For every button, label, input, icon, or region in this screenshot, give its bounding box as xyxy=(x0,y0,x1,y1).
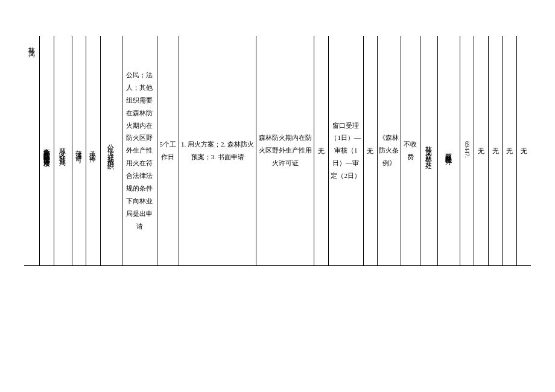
cell-dept: 林业局森林公安处 xyxy=(420,36,438,265)
cell-agency: 林业局 xyxy=(24,36,40,265)
item-name-text: 森林防火期内在防火区外生产性用火许可证核发 xyxy=(42,143,51,156)
materials-text: 1. 用火方案；2. 森林防火预案；3. 书面申请 xyxy=(181,141,254,160)
timelimit-text: 5个工作日 xyxy=(160,141,177,160)
cell-other3: 无 xyxy=(503,36,517,265)
intermediary-text: 无 xyxy=(318,147,325,154)
impl-org-text: 顺义区林业局 xyxy=(59,142,67,157)
cell-applicant: 公民法人或其他组织 xyxy=(100,36,122,265)
cell-result: 森林防火期内在防火区野外生产性用火许可证 xyxy=(256,36,314,265)
other2-text: 无 xyxy=(492,147,499,154)
cell-handle-type: 承诺件 xyxy=(86,36,101,265)
cell-special: 无 xyxy=(363,36,378,265)
cell-other4: 无 xyxy=(516,36,531,265)
table-row: 林业局 森林防火期内在防火区外生产性用火许可证核发 顺义区林业局 普通许可 承诺… xyxy=(24,36,531,265)
cell-impl-org: 顺义区林业局 xyxy=(54,36,72,265)
cell-timelimit: 5个工作日 xyxy=(157,36,179,265)
cell-materials: 1. 用火方案；2. 森林防火预案；3. 书面申请 xyxy=(179,36,256,265)
cell-other1: 无 xyxy=(474,36,489,265)
cell-permit-type: 普通许可 xyxy=(72,36,86,265)
permit-type-text: 普通许可 xyxy=(75,145,83,154)
process-text: 窗口受理（1日）—审核（1日）—审定（2日） xyxy=(331,122,361,180)
service-row-table: 林业局 森林防火期内在防火区外生产性用火许可证核发 顺义区林业局 普通许可 承诺… xyxy=(24,36,531,266)
cell-intermediary: 无 xyxy=(314,36,329,265)
fee-text: 不收费 xyxy=(404,141,417,160)
cell-basis: 《森林防火条例》 xyxy=(378,36,401,265)
result-text: 森林防火期内在防火区野外生产性用火许可证 xyxy=(259,134,312,166)
other4-text: 无 xyxy=(521,147,527,154)
conditions-text: 公民；法人；其他组织需要在森林防火期内在防火区野外生产性用火在符合法律法规的条件… xyxy=(126,71,153,230)
cell-process: 窗口受理（1日）—审核（1日）—审定（2日） xyxy=(328,36,363,265)
agency-text: 林业局 xyxy=(27,41,36,48)
phone-text: 69447. xyxy=(463,141,471,158)
cell-fee: 不收费 xyxy=(401,36,420,265)
other1-text: 无 xyxy=(478,147,484,154)
applicant-text: 公民法人或其他组织 xyxy=(107,139,115,160)
special-text: 无 xyxy=(367,147,373,154)
dept-text: 林业局森林公安处 xyxy=(425,140,433,159)
location-text: 顺义区林业局全程办 xyxy=(445,148,453,153)
handle-type-text: 承诺件 xyxy=(89,146,97,153)
cell-phone: 69447. xyxy=(460,36,474,265)
cell-conditions: 公民；法人；其他组织需要在森林防火期内在防火区野外生产性用火在符合法律法规的条件… xyxy=(122,36,157,265)
cell-item-name: 森林防火期内在防火区外生产性用火许可证核发 xyxy=(40,36,54,265)
cell-location: 顺义区林业局全程办 xyxy=(438,36,460,265)
other3-text: 无 xyxy=(506,147,513,154)
cell-other2: 无 xyxy=(488,36,503,265)
basis-text: 《森林防火条例》 xyxy=(379,134,399,166)
